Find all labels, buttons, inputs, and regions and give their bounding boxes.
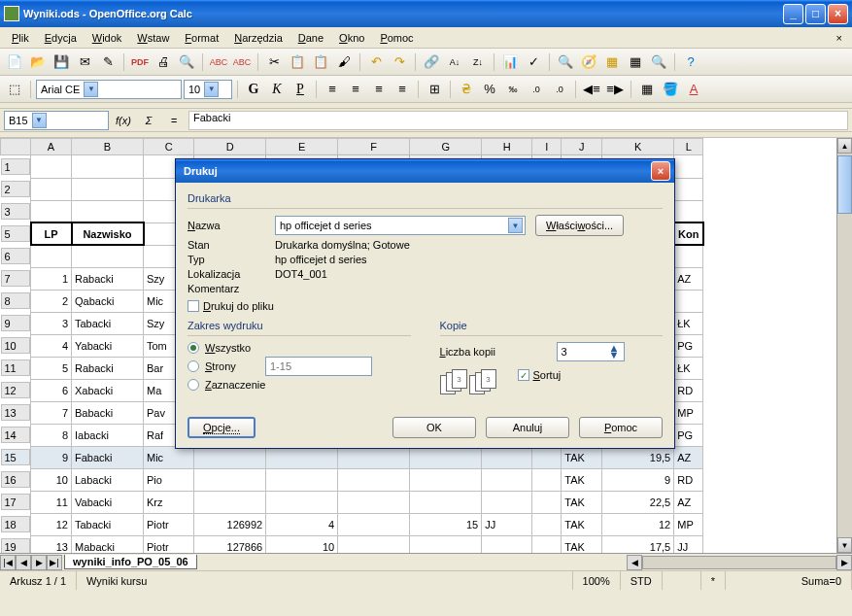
cell[interactable]: 127866 [194,535,266,553]
pdf-icon[interactable]: PDF [129,51,151,73]
cell[interactable]: Pio [144,468,194,491]
cell[interactable] [266,491,338,513]
percent-icon[interactable]: % [479,79,500,100]
cell[interactable]: AZ [674,491,703,513]
cell[interactable]: 22,5 [602,491,674,513]
cell[interactable]: Tabacki [72,513,144,535]
cell[interactable]: Iabacki [72,424,144,446]
range-all-radio[interactable] [187,342,199,354]
format-paint-icon[interactable]: 🖌 [333,51,355,73]
navigator-icon[interactable]: 🧭 [578,51,599,73]
tab-next-icon[interactable]: ▶ [31,555,47,570]
cell[interactable]: 17,5 [602,535,674,553]
cell[interactable]: 19,5 [602,446,674,468]
cell[interactable] [338,446,410,468]
cell[interactable] [31,178,72,200]
cell[interactable]: PG [674,334,703,357]
row-header[interactable]: 2 [1,181,30,197]
cell[interactable]: 10 [266,535,338,553]
cell[interactable] [410,446,482,468]
cell[interactable]: 8 [31,424,72,446]
row-header[interactable]: 9 [1,315,30,331]
cell[interactable] [338,468,410,491]
cell[interactable]: Rabacki [72,267,144,290]
row-header[interactable]: 19 [1,538,30,553]
cell[interactable] [72,245,144,267]
cell[interactable]: 13 [31,535,72,553]
row-header[interactable]: 3 [1,203,30,220]
menu-okno[interactable]: Okno [331,30,372,46]
cell[interactable] [410,491,482,513]
underline-icon[interactable]: P [290,79,311,100]
cell[interactable]: LP [31,222,72,245]
cell[interactable]: 5 [31,357,72,379]
cell[interactable]: 9 [602,468,674,491]
styles-icon[interactable]: ⬚ [4,79,25,100]
cell[interactable]: MP [674,513,703,535]
cell[interactable] [532,468,562,491]
cell[interactable]: TAK [562,446,602,468]
cell[interactable]: Tabacki [72,312,144,334]
cell[interactable] [532,446,562,468]
col-header[interactable]: A [31,139,72,155]
cell[interactable]: Piotr [144,513,194,535]
cell[interactable] [674,178,703,200]
row-header[interactable]: 12 [1,382,30,398]
cell[interactable]: MP [674,401,703,424]
cell[interactable]: TAK [562,535,602,553]
cell[interactable]: Nazwisko [72,222,144,245]
cell[interactable]: 9 [31,446,72,468]
row-header[interactable]: 5 [1,225,30,242]
cell[interactable] [410,535,482,553]
formula-input[interactable]: Fabacki [188,111,848,130]
cell[interactable]: PG [674,424,703,446]
menu-format[interactable]: Format [177,30,226,46]
cell[interactable] [31,200,72,222]
cell[interactable]: 2 [31,290,72,312]
indent-inc-icon[interactable]: ≡▶ [604,79,626,100]
row-header[interactable]: 14 [1,427,30,443]
cell[interactable]: 1 [31,267,72,290]
help-button[interactable]: Pomoc [579,417,663,438]
maximize-button[interactable]: □ [805,4,826,24]
cell[interactable] [266,468,338,491]
cell[interactable]: Xabacki [72,379,144,401]
align-justify-icon[interactable]: ≡ [392,79,413,100]
cell[interactable] [482,491,532,513]
spellcheck-icon[interactable]: ABC [208,51,229,73]
col-header[interactable]: B [72,139,144,155]
range-selection-radio[interactable] [187,379,199,391]
col-header[interactable]: C [144,139,194,155]
col-header[interactable]: J [562,139,602,155]
cell[interactable] [72,178,144,200]
cell[interactable] [72,200,144,222]
cell[interactable] [72,155,144,179]
cell[interactable] [482,468,532,491]
cell[interactable]: Yabacki [72,334,144,357]
cell[interactable]: JJ [482,513,532,535]
cell[interactable]: 10 [31,468,72,491]
tab-first-icon[interactable]: |◀ [0,555,16,570]
function-wizard-icon[interactable]: f(x) [113,111,134,130]
add-decimal-icon[interactable]: .0 [526,79,547,100]
col-header[interactable]: H [482,139,532,155]
cell[interactable] [674,290,703,312]
sort-asc-icon[interactable]: A↓ [444,51,465,73]
cell[interactable] [338,491,410,513]
cell[interactable]: Piotr [144,535,194,553]
cell[interactable]: Labacki [72,468,144,491]
cell[interactable]: AZ [674,267,703,290]
cell[interactable]: Kon [674,222,703,245]
cell[interactable]: 3 [31,312,72,334]
cell[interactable]: RD [674,379,703,401]
del-decimal-icon[interactable]: .0 [549,79,570,100]
merge-icon[interactable]: ⊞ [424,79,445,100]
dialog-titlebar[interactable]: Drukuj × [176,159,674,183]
col-header[interactable]: I [532,139,562,155]
cell[interactable]: Mabacki [72,535,144,553]
col-header[interactable]: D [194,139,266,155]
redo-icon[interactable]: ↷ [389,51,410,73]
cell[interactable]: 126992 [194,513,266,535]
cell[interactable]: Qabacki [72,290,144,312]
collate-checkbox[interactable]: ✓ [518,369,529,381]
